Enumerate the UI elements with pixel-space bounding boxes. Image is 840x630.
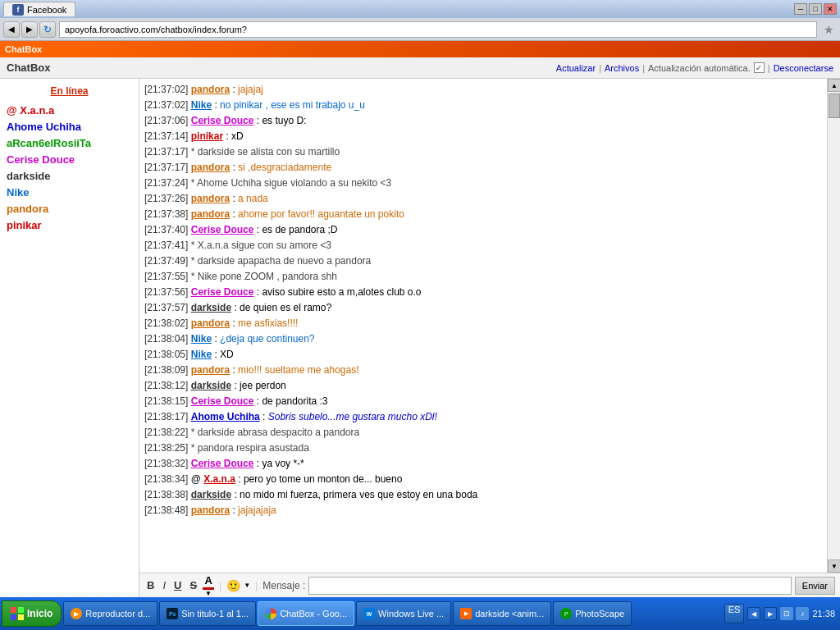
msg-user[interactable]: Cerise Douce [191, 224, 254, 235]
taskbar-nav-forward[interactable]: ▶ [764, 607, 777, 620]
mensaje-label: Mensaje : [262, 580, 305, 591]
header-actions: Actualizar | Archivos | Actualización au… [556, 62, 833, 73]
photoshop-icon: Ps [167, 608, 178, 619]
message-row: [21:38:02] pandora : me asfixias!!!! [144, 316, 824, 331]
messages-container[interactable]: [21:37:02] pandora : jajajaj [21:37:02] … [139, 79, 840, 573]
bold-button[interactable]: B [144, 578, 157, 592]
msg-user[interactable]: Nike [191, 99, 212, 111]
msg-user[interactable]: pandora [191, 364, 230, 376]
msg-user[interactable]: pandora [191, 504, 230, 516]
windows-logo [11, 607, 24, 620]
sidebar-item-pandora[interactable]: pandora [3, 202, 135, 216]
taskbar-btn-darkside[interactable]: ▶ darkside <anim... [453, 601, 551, 626]
sidebar-item-ahome[interactable]: Ahome Uchiha [3, 120, 135, 134]
taskbar-btn-photoscape[interactable]: P PhotoScape [553, 601, 632, 626]
scroll-up-button[interactable]: ▲ [828, 79, 840, 92]
chatbox-logo: ChatBox [5, 44, 42, 54]
sidebar-item-arcan[interactable]: aRcan6elRosiiTa [3, 136, 135, 150]
msg-user[interactable]: Ahome Uchiha [191, 411, 260, 422]
sidebar-item-cerise[interactable]: Cerise Douce [3, 153, 135, 167]
scrollbar[interactable]: ▲ ▼ [827, 79, 840, 573]
taskbar-btn-windows-live[interactable]: W Windows Live ... [356, 601, 451, 626]
emoji-button[interactable]: 🙂 [226, 579, 240, 592]
minimize-button[interactable]: ─ [794, 3, 807, 15]
msg-user[interactable]: pandora [191, 84, 230, 95]
message-row-action: [21:38:22] * darkside abrasa despacito a… [144, 425, 824, 440]
msg-user[interactable]: X.a.n.a [203, 473, 235, 485]
windows-taskbar: Inicio ▶ Reproductor d... Ps Sin titulo-… [0, 597, 840, 630]
message-row-action: [21:37:55] * Nike pone ZOOM , pandora sh… [144, 269, 824, 284]
taskbar-btn-reproductor[interactable]: ▶ Reproductor d... [63, 601, 158, 626]
language-button[interactable]: ES [724, 604, 745, 623]
color-dropdown-arrow[interactable]: ▼ [205, 590, 212, 597]
msg-user[interactable]: Cerise Douce [191, 286, 254, 298]
msg-user[interactable]: darkside [191, 302, 231, 313]
scroll-down-button[interactable]: ▼ [828, 559, 840, 573]
taskbar-btn-chatbox[interactable]: ChatBox - Goo... [258, 601, 354, 626]
media-player-icon: ▶ [71, 608, 82, 619]
message-row-action: [21:38:25] * pandora respira asustada [144, 441, 824, 455]
browser-tab[interactable]: f Facebook [3, 2, 75, 16]
message-row: [21:38:09] pandora : mio!!! sueltame me … [144, 363, 824, 377]
sidebar-item-pinikar[interactable]: pinikar [3, 218, 135, 232]
emoji-dropdown-arrow[interactable]: ▼ [244, 582, 250, 589]
page-wrapper: ChatBox ChatBox Actualizar | Archivos | … [0, 41, 840, 597]
back-button[interactable]: ◀ [3, 21, 20, 38]
message-row: [21:37:14] pinikar : xD [144, 129, 824, 144]
message-row-action: [21:37:17] * darkside se alista con su m… [144, 144, 824, 159]
msg-user[interactable]: pandora [191, 162, 230, 173]
underline-button[interactable]: U [171, 578, 184, 592]
archivos-link[interactable]: Archivos [605, 63, 639, 73]
msg-user[interactable]: pandora [191, 193, 230, 204]
site-header-bar: ChatBox [0, 41, 840, 57]
taskbar-right: ES ◀ ▶ ⊡ ♪ 21:38 [724, 604, 838, 623]
maximize-button[interactable]: □ [809, 3, 822, 15]
favorites-star[interactable]: ★ [820, 21, 837, 38]
refresh-button[interactable]: ↻ [39, 21, 56, 38]
address-input[interactable] [59, 21, 817, 38]
text-color-button[interactable]: A ▼ [203, 574, 214, 597]
sidebar-item-darkside[interactable]: darkside [3, 169, 135, 183]
msg-user[interactable]: Cerise Douce [191, 458, 254, 469]
message-row: [21:37:02] pandora : jajajaj [144, 82, 824, 97]
volume-icon: ♪ [796, 607, 809, 620]
auto-update-label: Actualización automática. [648, 63, 751, 73]
msg-user[interactable]: darkside [191, 489, 231, 500]
close-button[interactable]: ✕ [824, 3, 837, 15]
taskbar-btn-photoshop[interactable]: Ps Sin titulo-1 al 1... [159, 601, 256, 626]
message-row: [21:37:17] pandora : si ,desgraciadament… [144, 160, 824, 175]
forward-button[interactable]: ▶ [21, 21, 38, 38]
scroll-track [828, 92, 840, 559]
msg-user[interactable]: pandora [191, 208, 230, 220]
italic-button[interactable]: I [160, 578, 168, 592]
msg-user[interactable]: pandora [191, 317, 230, 329]
actualizar-link[interactable]: Actualizar [556, 63, 596, 73]
browser-title-bar: f Facebook ─ □ ✕ [0, 0, 840, 18]
message-row: [21:38:38] darkside : no mido mi fuerza,… [144, 487, 824, 502]
msg-user[interactable]: Cerise Douce [191, 395, 254, 407]
message-row: [21:38:04] Nike : ¿deja que continuen? [144, 331, 824, 346]
msg-user[interactable]: pinikar [191, 130, 223, 142]
msg-user[interactable]: darkside [191, 380, 231, 391]
sidebar-item-xana[interactable]: @ X.a.n.a [3, 103, 135, 117]
sidebar-item-nike[interactable]: Nike [3, 185, 135, 199]
clock: 21:38 [812, 609, 835, 619]
desconectarse-link[interactable]: Desconectarse [774, 63, 833, 73]
message-row: [21:38:32] Cerise Douce : ya voy *-* [144, 456, 824, 471]
taskbar-nav-back[interactable]: ◀ [747, 607, 760, 620]
message-input[interactable] [308, 577, 792, 595]
network-icon: ⊡ [780, 607, 793, 620]
message-row: [21:38:17] Ahome Uchiha : Sobris subelo.… [144, 409, 824, 424]
msg-user[interactable]: Cerise Douce [191, 115, 254, 126]
msg-user[interactable]: Nike [191, 333, 212, 345]
message-row: [21:37:38] pandora : ahome por favor!! a… [144, 207, 824, 221]
start-button[interactable]: Inicio [2, 600, 62, 627]
page-header: ChatBox Actualizar | Archivos | Actualiz… [0, 57, 840, 79]
message-row: [21:37:56] Cerise Douce : aviso subire e… [144, 285, 824, 299]
message-row-action: [21:37:49] * darkside apapacha de nuevo … [144, 253, 824, 268]
strikethrough-button[interactable]: S [187, 578, 199, 592]
auto-update-checkbox[interactable]: ✓ [754, 62, 765, 73]
msg-user[interactable]: Nike [191, 349, 212, 360]
send-button[interactable]: Enviar [795, 577, 835, 595]
scroll-thumb[interactable] [829, 94, 840, 118]
